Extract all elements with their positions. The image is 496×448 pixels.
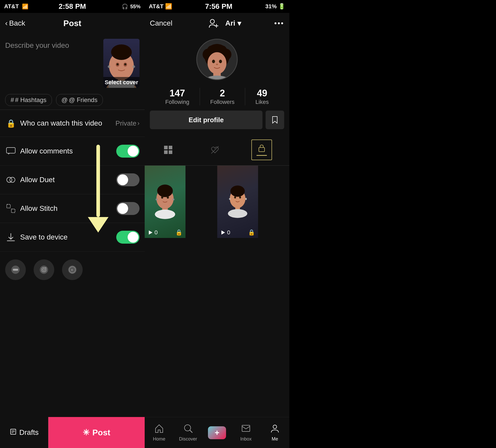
svg-rect-12 [6, 148, 15, 153]
arrow-annotation [88, 145, 109, 233]
svg-line-76 [190, 430, 192, 432]
svg-point-72 [229, 198, 230, 200]
following-stat[interactable]: 147 Following [155, 88, 200, 105]
svg-rect-49 [164, 146, 168, 149]
save-to-device-row[interactable]: Save to device [0, 223, 145, 252]
likes-stat[interactable]: 49 Likes [245, 88, 279, 105]
profile-name-header[interactable]: Ari ▾ [225, 19, 241, 28]
post-button[interactable]: ✳ Post [48, 417, 145, 448]
allow-comments-toggle[interactable] [116, 145, 140, 158]
friends-button[interactable]: @ @ Friends [56, 94, 103, 106]
inbox-label: Inbox [240, 436, 252, 442]
svg-point-75 [184, 425, 191, 431]
add-friend-button[interactable] [206, 16, 221, 31]
likes-count: 49 [257, 88, 267, 99]
svg-point-61 [155, 210, 175, 219]
left-panel: AT&T 📶 2:58 PM 🎧 55% ‹ Back Post Describ… [0, 0, 145, 448]
svg-point-78 [273, 425, 277, 429]
svg-point-3 [111, 44, 132, 60]
nav-me[interactable]: Me [260, 424, 289, 442]
following-count: 147 [169, 88, 185, 99]
who-can-watch-value: Private › [115, 119, 140, 127]
allow-comments-row[interactable]: Allow comments [0, 137, 145, 166]
describe-input[interactable]: Describe your video [5, 39, 98, 50]
right-panel: AT&T 📶 7:56 PM 31% 🔋 Cancel Ari ▾ ••• [145, 0, 289, 448]
battery-right: 31% 🔋 [265, 3, 285, 10]
svg-point-9 [108, 65, 110, 68]
drafts-icon [10, 428, 17, 437]
who-can-watch-row[interactable]: 🔒 Who can watch this video Private › [0, 110, 145, 137]
svg-point-59 [167, 196, 169, 199]
video-2-lock-icon: 🔒 [248, 229, 255, 236]
back-label: Back [9, 19, 25, 27]
at-icon: @ [61, 96, 68, 104]
post-title: Post [63, 19, 81, 28]
video-thumbnail[interactable]: Select cover [103, 39, 140, 88]
video-cell-2[interactable]: 0 🔒 [217, 166, 258, 238]
allow-duet-toggle[interactable] [116, 173, 140, 186]
liked-tab[interactable] [191, 137, 238, 163]
profile-avatar [196, 39, 238, 80]
drafts-button[interactable]: Drafts [0, 417, 48, 448]
svg-point-45 [219, 60, 222, 63]
home-icon [154, 424, 164, 435]
bookmark-button[interactable] [266, 111, 284, 129]
svg-point-42 [213, 44, 222, 53]
svg-point-43 [207, 52, 226, 74]
followers-stat[interactable]: 2 Followers [200, 88, 245, 105]
svg-point-71 [228, 209, 247, 218]
allow-stitch-toggle[interactable] [116, 202, 140, 215]
svg-rect-15 [7, 204, 10, 208]
more-button[interactable]: ••• [274, 19, 284, 27]
svg-marker-74 [221, 230, 225, 235]
lock-tab-icon[interactable] [238, 137, 289, 163]
stats-row: 147 Following 2 Followers 49 Likes [145, 83, 289, 108]
save-to-device-label: Save to device [20, 233, 116, 241]
create-icon: + [208, 426, 226, 439]
header-left: ‹ Back Post [0, 13, 145, 34]
bottom-nav: Home Discover + Inbox Me [145, 417, 289, 448]
select-cover-label[interactable]: Select cover [103, 77, 140, 88]
time-right: 7:56 PM [205, 2, 233, 11]
video-2-overlay: 0 🔒 [217, 227, 258, 238]
svg-point-21 [16, 269, 18, 271]
svg-point-66 [230, 186, 245, 197]
tag-row: # # Hashtags @ @ Friends [0, 90, 145, 110]
svg-point-13 [7, 177, 12, 182]
back-button[interactable]: ‹ Back [5, 19, 25, 27]
svg-point-62 [156, 198, 157, 200]
video-1-lock-icon: 🔒 [175, 229, 182, 236]
svg-point-44 [212, 60, 215, 63]
save-to-device-toggle[interactable] [116, 231, 140, 244]
stitch-icon [5, 203, 17, 214]
toggle-knob-stitch [117, 203, 128, 214]
video-1-overlay: 0 🔒 [145, 227, 185, 238]
svg-point-7 [117, 63, 119, 65]
allow-duet-row[interactable]: Allow Duet [0, 166, 145, 194]
svg-point-69 [239, 196, 241, 198]
message-share-icon[interactable] [5, 259, 26, 280]
cancel-button[interactable]: Cancel [150, 19, 172, 27]
lock-icon: 🔒 [5, 118, 17, 129]
nav-home[interactable]: Home [145, 424, 174, 442]
svg-rect-50 [169, 146, 172, 149]
who-can-watch-label: Who can watch this video [20, 119, 115, 127]
download-icon [5, 231, 17, 243]
hashtag-icon: # [11, 96, 14, 104]
carrier-right: AT&T 📶 [149, 3, 172, 10]
video-cell-1[interactable]: 0 🔒 [145, 166, 185, 238]
grid-tab[interactable] [145, 137, 191, 163]
svg-point-63 [173, 198, 174, 200]
hashtags-button[interactable]: # # Hashtags [5, 94, 52, 106]
instagram-share-icon[interactable] [34, 259, 54, 280]
add-share-icon[interactable]: + [62, 259, 83, 280]
allow-stitch-row[interactable]: Allow Stitch [0, 194, 145, 223]
nav-discover[interactable]: Discover [174, 424, 203, 442]
edit-profile-button[interactable]: Edit profile [150, 111, 262, 129]
svg-point-25 [45, 267, 46, 268]
nav-inbox[interactable]: Inbox [231, 424, 260, 442]
svg-rect-16 [11, 209, 15, 213]
nav-create[interactable]: + [203, 426, 231, 439]
following-label: Following [165, 99, 189, 105]
svg-marker-64 [149, 230, 152, 235]
